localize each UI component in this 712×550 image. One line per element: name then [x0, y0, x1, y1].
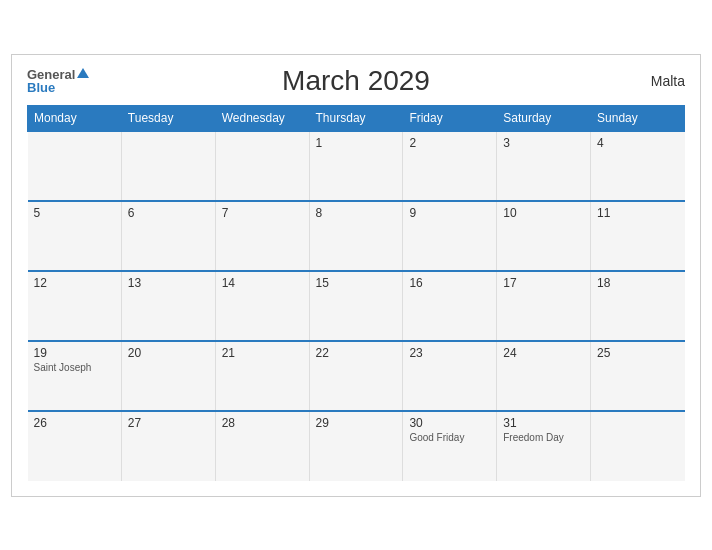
calendar-grid: MondayTuesdayWednesdayThursdayFridaySatu… — [27, 105, 685, 481]
calendar-day-cell: 4 — [591, 131, 685, 201]
calendar-day-cell: 14 — [215, 271, 309, 341]
day-number: 15 — [316, 276, 397, 290]
day-number: 28 — [222, 416, 303, 430]
day-number: 19 — [34, 346, 115, 360]
week-row-5: 2627282930Good Friday31Freedom Day — [28, 411, 685, 481]
logo: General Blue — [27, 68, 89, 94]
calendar-day-cell: 20 — [121, 341, 215, 411]
day-number: 26 — [34, 416, 115, 430]
calendar-day-cell: 27 — [121, 411, 215, 481]
calendar-day-cell: 5 — [28, 201, 122, 271]
calendar-day-cell: 16 — [403, 271, 497, 341]
day-number: 7 — [222, 206, 303, 220]
week-row-4: 19Saint Joseph202122232425 — [28, 341, 685, 411]
calendar-day-cell — [591, 411, 685, 481]
day-number: 17 — [503, 276, 584, 290]
calendar-day-cell: 26 — [28, 411, 122, 481]
weekday-header-thursday: Thursday — [309, 105, 403, 131]
calendar-day-cell: 13 — [121, 271, 215, 341]
day-number: 9 — [409, 206, 490, 220]
weekday-header-sunday: Sunday — [591, 105, 685, 131]
calendar-day-cell: 25 — [591, 341, 685, 411]
weekday-header-wednesday: Wednesday — [215, 105, 309, 131]
day-number: 11 — [597, 206, 678, 220]
day-number: 27 — [128, 416, 209, 430]
day-number: 5 — [34, 206, 115, 220]
day-number: 4 — [597, 136, 678, 150]
day-number: 25 — [597, 346, 678, 360]
day-number: 31 — [503, 416, 584, 430]
calendar-day-cell: 6 — [121, 201, 215, 271]
calendar-day-cell: 18 — [591, 271, 685, 341]
calendar-day-cell: 31Freedom Day — [497, 411, 591, 481]
day-number: 8 — [316, 206, 397, 220]
week-row-3: 12131415161718 — [28, 271, 685, 341]
calendar-day-cell: 19Saint Joseph — [28, 341, 122, 411]
calendar-day-cell: 28 — [215, 411, 309, 481]
day-event: Good Friday — [409, 432, 490, 443]
calendar-day-cell: 3 — [497, 131, 591, 201]
calendar-day-cell: 29 — [309, 411, 403, 481]
calendar-day-cell: 15 — [309, 271, 403, 341]
calendar-day-cell: 9 — [403, 201, 497, 271]
day-event: Freedom Day — [503, 432, 584, 443]
calendar-day-cell: 22 — [309, 341, 403, 411]
day-number: 22 — [316, 346, 397, 360]
calendar-day-cell: 10 — [497, 201, 591, 271]
logo-general-text: General — [27, 68, 89, 81]
day-number: 14 — [222, 276, 303, 290]
day-number: 13 — [128, 276, 209, 290]
calendar-day-cell — [28, 131, 122, 201]
calendar-day-cell: 2 — [403, 131, 497, 201]
calendar-day-cell: 17 — [497, 271, 591, 341]
day-number: 16 — [409, 276, 490, 290]
day-event: Saint Joseph — [34, 362, 115, 373]
calendar-day-cell: 30Good Friday — [403, 411, 497, 481]
weekday-header-tuesday: Tuesday — [121, 105, 215, 131]
day-number: 2 — [409, 136, 490, 150]
day-number: 20 — [128, 346, 209, 360]
calendar-day-cell: 1 — [309, 131, 403, 201]
week-row-2: 567891011 — [28, 201, 685, 271]
calendar-header: General Blue March 2029 Malta — [27, 65, 685, 97]
calendar-day-cell: 7 — [215, 201, 309, 271]
day-number: 12 — [34, 276, 115, 290]
calendar-day-cell: 11 — [591, 201, 685, 271]
calendar-day-cell — [215, 131, 309, 201]
logo-blue-text: Blue — [27, 81, 55, 94]
day-number: 24 — [503, 346, 584, 360]
calendar-day-cell: 8 — [309, 201, 403, 271]
day-number: 10 — [503, 206, 584, 220]
calendar-day-cell: 23 — [403, 341, 497, 411]
day-number: 21 — [222, 346, 303, 360]
weekday-header-saturday: Saturday — [497, 105, 591, 131]
country-label: Malta — [651, 73, 685, 89]
weekday-header-row: MondayTuesdayWednesdayThursdayFridaySatu… — [28, 105, 685, 131]
calendar-day-cell: 12 — [28, 271, 122, 341]
calendar-day-cell — [121, 131, 215, 201]
day-number: 1 — [316, 136, 397, 150]
weekday-header-monday: Monday — [28, 105, 122, 131]
day-number: 23 — [409, 346, 490, 360]
weekday-header-friday: Friday — [403, 105, 497, 131]
calendar-title: March 2029 — [282, 65, 430, 97]
day-number: 29 — [316, 416, 397, 430]
calendar-wrapper: General Blue March 2029 Malta MondayTues… — [11, 54, 701, 497]
calendar-day-cell: 24 — [497, 341, 591, 411]
logo-triangle-icon — [77, 68, 89, 78]
day-number: 3 — [503, 136, 584, 150]
week-row-1: 1234 — [28, 131, 685, 201]
day-number: 18 — [597, 276, 678, 290]
calendar-day-cell: 21 — [215, 341, 309, 411]
day-number: 30 — [409, 416, 490, 430]
day-number: 6 — [128, 206, 209, 220]
